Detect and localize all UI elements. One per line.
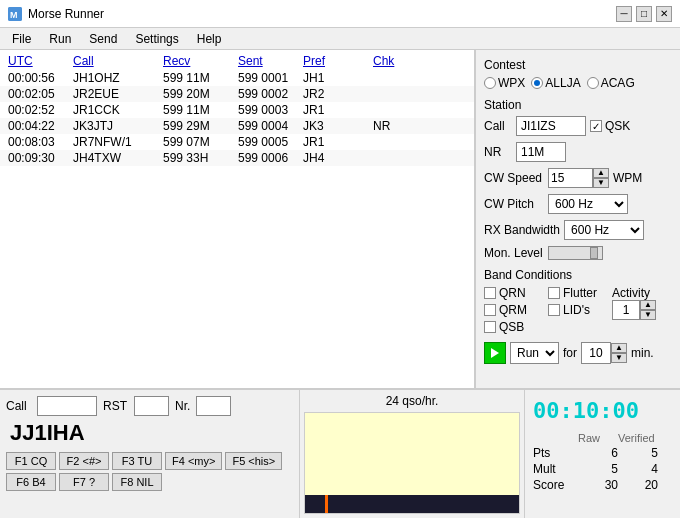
entry-rst-input[interactable] <box>134 396 169 416</box>
menu-help[interactable]: Help <box>189 30 230 48</box>
score-cell-label: Mult <box>533 462 578 476</box>
mon-level-slider[interactable] <box>548 246 603 260</box>
menu-file[interactable]: File <box>4 30 39 48</box>
activity-down[interactable]: ▼ <box>640 310 656 320</box>
fn-key-f3tu[interactable]: F3 TU <box>112 452 162 470</box>
col-chk: Chk <box>373 54 413 68</box>
menu-send[interactable]: Send <box>81 30 125 48</box>
contest-radio-group: WPX ALLJA ACAG <box>484 76 672 90</box>
cw-speed-down[interactable]: ▼ <box>593 178 609 188</box>
radio-acag-circle[interactable] <box>587 77 599 89</box>
score-cell-label: Pts <box>533 446 578 460</box>
lids-checkbox[interactable] <box>548 304 560 316</box>
radio-wpx[interactable]: WPX <box>484 76 525 90</box>
cw-pitch-select[interactable]: 600 Hz 700 Hz 800 Hz <box>548 194 628 214</box>
cw-speed-input[interactable] <box>548 168 593 188</box>
activity-label: Activity <box>612 286 650 300</box>
table-row: 00:02:52JR1CCK599 11M599 0003JR1 <box>0 102 474 118</box>
table-cell-sent: 599 0004 <box>238 119 303 133</box>
fn-key-f4my[interactable]: F4 <my> <box>165 452 222 470</box>
close-button[interactable]: ✕ <box>656 6 672 22</box>
qrn-item[interactable]: QRN <box>484 286 545 300</box>
svg-text:M: M <box>10 10 18 20</box>
qrm-item[interactable]: QRM <box>484 303 545 317</box>
min-label: min. <box>631 346 654 360</box>
call-input[interactable] <box>516 116 586 136</box>
band-cond-section: Band Conditions QRN QRM QSB <box>484 268 672 334</box>
fn-key-f6b4[interactable]: F6 B4 <box>6 473 56 491</box>
radio-allja[interactable]: ALLJA <box>531 76 580 90</box>
fn-key-f2[interactable]: F2 <#> <box>59 452 109 470</box>
radio-acag[interactable]: ACAG <box>587 76 635 90</box>
fn-key-f5his[interactable]: F5 <his> <box>225 452 282 470</box>
table-row: 00:08:03JR7NFW/1599 07M599 0005JR1 <box>0 134 474 150</box>
cw-speed-label: CW Speed <box>484 171 544 185</box>
fn-key-f1cq[interactable]: F1 CQ <box>6 452 56 470</box>
fn-key-f8nil[interactable]: F8 NIL <box>112 473 162 491</box>
table-row: 00:02:05JR2EUE599 20M599 0002JR2 <box>0 86 474 102</box>
qrn-checkbox[interactable] <box>484 287 496 299</box>
radio-wpx-circle[interactable] <box>484 77 496 89</box>
lids-label: LID's <box>563 303 590 317</box>
log-area: UTC Call Recv Sent Pref Chk 00:00:56JH1O… <box>0 50 475 388</box>
run-time-spin: ▲ ▼ <box>581 342 627 364</box>
qsb-item[interactable]: QSB <box>484 320 545 334</box>
qrm-checkbox[interactable] <box>484 304 496 316</box>
rx-bw-label: RX Bandwidth <box>484 223 560 237</box>
qsk-checkbox-item[interactable]: QSK <box>590 119 630 133</box>
entry-rst-label: RST <box>103 399 128 413</box>
table-cell-recv: 599 33H <box>163 151 238 165</box>
entry-call-label: Call <box>6 399 31 413</box>
entry-row: Call RST Nr. <box>6 396 293 416</box>
radio-allja-label: ALLJA <box>545 76 580 90</box>
call-row: Call QSK <box>484 116 672 136</box>
table-cell-pref: JR1 <box>303 103 373 117</box>
maximize-button[interactable]: □ <box>636 6 652 22</box>
nr-field-label: NR <box>484 145 512 159</box>
call-field-label: Call <box>484 119 512 133</box>
menu-run[interactable]: Run <box>41 30 79 48</box>
flutter-item[interactable]: Flutter <box>548 286 609 300</box>
cw-speed-up[interactable]: ▲ <box>593 168 609 178</box>
table-cell-utc: 00:02:05 <box>8 87 73 101</box>
score-cell-label: Score <box>533 478 578 492</box>
qsb-checkbox[interactable] <box>484 321 496 333</box>
nr-input[interactable] <box>516 142 566 162</box>
lids-item[interactable]: LID's <box>548 303 609 317</box>
waterfall-spectrum <box>305 495 519 513</box>
mon-level-thumb[interactable] <box>590 247 598 259</box>
entry-call-input[interactable] <box>37 396 97 416</box>
qsk-checkbox[interactable] <box>590 120 602 132</box>
run-select[interactable]: Run <box>510 342 559 364</box>
activity-up[interactable]: ▲ <box>640 300 656 310</box>
run-time-input[interactable] <box>581 342 611 364</box>
table-row: 00:09:30JH4TXW599 33H599 0006JH4 <box>0 150 474 166</box>
minimize-button[interactable]: ─ <box>616 6 632 22</box>
radio-acag-label: ACAG <box>601 76 635 90</box>
mon-level-label: Mon. Level <box>484 246 544 260</box>
run-button[interactable] <box>484 342 506 364</box>
title-bar: M Morse Runner ─ □ ✕ <box>0 0 680 28</box>
activity-input[interactable] <box>612 300 640 320</box>
menu-settings[interactable]: Settings <box>127 30 186 48</box>
table-cell-recv: 599 20M <box>163 87 238 101</box>
cw-speed-spin: ▲ ▼ <box>548 168 609 188</box>
table-cell-recv: 599 07M <box>163 135 238 149</box>
score-cell-raw: 5 <box>578 462 618 476</box>
contest-label: Contest <box>484 58 672 72</box>
fn-keys: F1 CQF2 <#>F3 TUF4 <my>F5 <his>F6 B4F7 ?… <box>6 452 293 491</box>
table-cell-call: JK3JTJ <box>73 119 163 133</box>
title-bar-buttons: ─ □ ✕ <box>616 6 672 22</box>
run-time-up[interactable]: ▲ <box>611 343 627 353</box>
entry-nr-input[interactable] <box>196 396 231 416</box>
flutter-checkbox[interactable] <box>548 287 560 299</box>
score-header-row: Raw Verified <box>533 431 672 445</box>
table-cell-recv: 599 11M <box>163 71 238 85</box>
fn-key-f7[interactable]: F7 ? <box>59 473 109 491</box>
rx-bw-select[interactable]: 600 Hz 400 Hz 300 Hz <box>564 220 644 240</box>
bottom-area: Call RST Nr. JJ1IHA F1 CQF2 <#>F3 TUF4 <… <box>0 388 680 518</box>
radio-allja-circle[interactable] <box>531 77 543 89</box>
score-row: Score3020 <box>533 477 672 493</box>
table-cell-recv: 599 29M <box>163 119 238 133</box>
run-time-down[interactable]: ▼ <box>611 353 627 363</box>
